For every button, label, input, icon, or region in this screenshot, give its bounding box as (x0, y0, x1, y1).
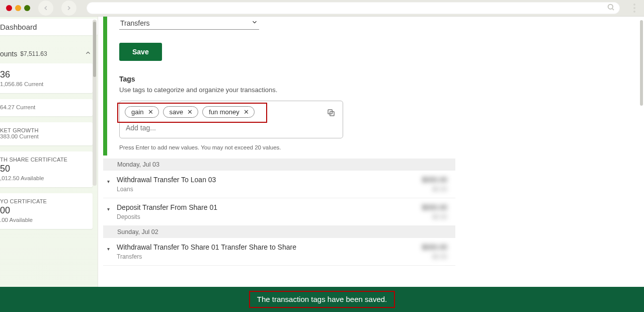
account-subtext: 64.27 Current (0, 104, 88, 110)
minimize-icon[interactable] (15, 5, 21, 11)
sidebar: Dashboard ounts $7,511.63 361,056.86 Cur… (0, 17, 98, 312)
remove-tag-icon[interactable]: ✕ (187, 108, 193, 116)
transaction-amount: $000.00 (422, 203, 447, 211)
transaction-title: Withdrawal Transfer To Share 01 Transfer… (117, 243, 422, 251)
page-scrollbar[interactable] (639, 20, 643, 307)
transaction-balance: $0.00 (422, 186, 447, 193)
account-subtext: ,012.50 Available (0, 175, 88, 181)
tag-input-box[interactable]: gain✕save✕fun money✕ (119, 101, 343, 138)
more-menu-icon[interactable] (630, 4, 639, 13)
transaction-title: Deposit Transfer From Share 01 (117, 203, 422, 211)
tag-label: gain (131, 108, 144, 116)
remove-tag-icon[interactable]: ✕ (244, 108, 249, 116)
category-select[interactable]: Transfers (119, 17, 259, 30)
transaction-category: Deposits (117, 213, 422, 220)
selection-accent (103, 17, 107, 155)
transaction-category: Transfers (117, 253, 422, 260)
add-tag-input[interactable] (125, 123, 317, 133)
maximize-icon[interactable] (24, 5, 30, 11)
transaction-title: Withdrawal Transfer To Loan 03 (117, 176, 422, 184)
accounts-total: $7,511.63 (20, 50, 47, 57)
account-card[interactable]: 361,056.86 Current (0, 63, 93, 93)
chevron-up-icon (85, 49, 92, 58)
transaction-balance: $0.00 (422, 213, 447, 220)
account-card[interactable]: KET GROWTH383.00 Current (0, 122, 93, 145)
tag-chip[interactable]: save✕ (163, 106, 198, 118)
window-controls (6, 5, 30, 11)
copy-icon[interactable] (327, 108, 337, 118)
transaction-amount: $000.00 (422, 243, 447, 251)
close-icon[interactable] (6, 5, 12, 11)
account-card[interactable]: 64.27 Current (0, 99, 93, 116)
tags-helper-text: Press Enter to add new values. You may n… (119, 144, 634, 150)
chevron-down-icon (251, 19, 258, 27)
tags-hint: Use tags to categorize and organize your… (119, 86, 634, 94)
account-card[interactable]: TH SHARE CERTIFICATE50,012.50 Available (0, 151, 93, 187)
transaction-category: Loans (117, 186, 422, 193)
remove-tag-icon[interactable]: ✕ (148, 108, 153, 116)
back-button[interactable] (38, 1, 53, 16)
account-subtext: 383.00 Current (0, 133, 88, 139)
expand-icon[interactable]: ▾ (107, 206, 110, 212)
account-label: KET GROWTH (0, 127, 88, 133)
tag-chip[interactable]: fun money✕ (202, 106, 255, 118)
account-balance: 36 (0, 68, 88, 81)
tag-label: save (170, 108, 183, 116)
date-header: Sunday, Jul 02 (103, 226, 455, 238)
date-header: Monday, Jul 03 (103, 159, 455, 171)
search-icon (607, 3, 615, 13)
transaction-row[interactable]: ▾Withdrawal Transfer To Loan 03Loans$000… (103, 171, 455, 198)
tag-chip[interactable]: gain✕ (125, 106, 159, 118)
titlebar (0, 0, 644, 17)
svg-line-1 (612, 9, 614, 10)
sidebar-dashboard-link[interactable]: Dashboard (0, 19, 98, 35)
forward-button[interactable] (61, 1, 76, 16)
transaction-amount: $000.00 (422, 176, 447, 184)
address-bar[interactable] (87, 2, 620, 14)
tags-heading: Tags (119, 75, 634, 83)
sidebar-scrollbar[interactable] (93, 20, 97, 186)
expand-icon[interactable]: ▾ (107, 246, 110, 252)
account-label: YO CERTIFICATE (0, 198, 88, 204)
toast: The transaction tags have been saved. (0, 287, 644, 312)
account-label: TH SHARE CERTIFICATE (0, 157, 88, 163)
main-panel: Transfers Save Tags Use tags to categori… (98, 17, 644, 312)
toast-message: The transaction tags have been saved. (257, 295, 387, 303)
accounts-label: ounts (0, 50, 17, 58)
save-button[interactable]: Save (119, 43, 162, 61)
sidebar-accounts-header[interactable]: ounts $7,511.63 (0, 40, 98, 63)
account-balance: 00 (0, 204, 88, 217)
account-subtext: .00 Available (0, 217, 88, 223)
transaction-balance: $0.00 (422, 253, 447, 260)
expand-icon[interactable]: ▾ (107, 179, 110, 184)
transaction-row[interactable]: ▾Withdrawal Transfer To Share 01 Transfe… (103, 238, 455, 266)
svg-point-0 (608, 5, 613, 9)
toast-highlight: The transaction tags have been saved. (249, 291, 395, 308)
account-card[interactable]: YO CERTIFICATE00.00 Available (0, 193, 93, 229)
account-subtext: 1,056.86 Current (0, 81, 88, 87)
tag-label: fun money (209, 108, 239, 116)
category-value: Transfers (120, 19, 150, 27)
transaction-row[interactable]: ▾Deposit Transfer From Share 01Deposits$… (103, 198, 455, 226)
account-balance: 50 (0, 163, 88, 175)
